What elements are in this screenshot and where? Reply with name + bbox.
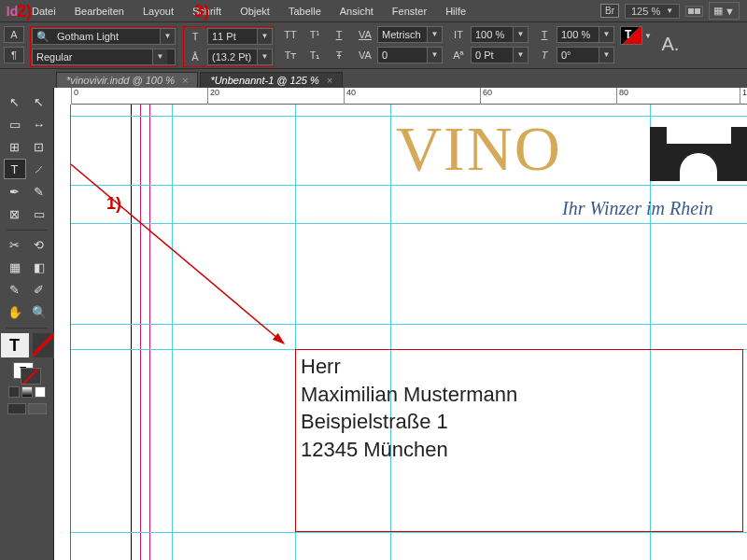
annotation-2: 2)	[17, 2, 32, 21]
hscale-dropdown[interactable]: ▼	[557, 26, 614, 43]
font-style-input[interactable]	[33, 49, 152, 64]
pencil-tool[interactable]: ✎	[28, 181, 50, 202]
paragraph-mode-button[interactable]: ¶	[4, 47, 24, 63]
chevron-down-icon[interactable]: ▼	[257, 29, 272, 44]
subscript-button[interactable]: T₁	[304, 47, 325, 63]
scissors-tool[interactable]: ✂	[4, 234, 26, 255]
kerning-dropdown[interactable]: ▼	[377, 26, 443, 43]
char-style-button[interactable]: A.	[657, 26, 684, 62]
gradient-swatch-tool[interactable]: ▦	[4, 257, 26, 277]
vscale-dropdown[interactable]: ▼	[471, 26, 529, 43]
eyedropper-tool[interactable]: ✐	[28, 279, 50, 300]
kerning-input[interactable]	[378, 27, 427, 42]
menu-objekt[interactable]: Objekt	[231, 2, 279, 21]
baseline-input[interactable]	[472, 48, 513, 63]
type-tool[interactable]: T	[4, 159, 26, 179]
underline-button[interactable]: T	[329, 26, 349, 43]
chevron-down-icon[interactable]: ▼	[257, 49, 272, 64]
address-salutation: Herr	[301, 353, 517, 381]
vertical-ruler[interactable]	[54, 105, 71, 560]
menu-tabelle[interactable]: Tabelle	[279, 2, 331, 21]
chevron-down-icon[interactable]: ▼	[599, 27, 613, 42]
svg-line-0	[71, 164, 284, 343]
arrange-dropdown[interactable]: ▦▼	[709, 2, 740, 20]
page-tool[interactable]: ▭	[4, 114, 26, 134]
rect-tool[interactable]: ▭	[28, 203, 50, 224]
chevron-down-icon[interactable]: ▼	[160, 29, 175, 44]
font-family-dropdown[interactable]: 🔍 ▼	[32, 28, 176, 45]
skew-dropdown[interactable]: ▼	[557, 47, 614, 63]
chevron-down-icon[interactable]: ▼	[513, 48, 528, 63]
chevron-down-icon: ▼	[666, 7, 673, 15]
document-canvas[interactable]: 0 20 40 60 80 100	[54, 88, 747, 560]
stroke-swatch[interactable]	[21, 368, 41, 385]
strikethrough-button[interactable]: Ŧ	[329, 47, 349, 63]
zoom-dropdown[interactable]: 125 %▼	[625, 4, 680, 19]
transform-tool[interactable]: ⟲	[28, 234, 50, 255]
ruler-tick: 60	[480, 88, 492, 105]
apply-color-button[interactable]	[8, 386, 20, 398]
smallcaps-button[interactable]: Tᴛ	[280, 47, 301, 63]
direct-selection-tool[interactable]: ↖	[28, 91, 50, 112]
apply-gradient-button[interactable]	[21, 386, 33, 398]
annotation-1: 1)	[106, 194, 121, 214]
tracking-dropdown[interactable]: ▼	[377, 47, 443, 63]
normal-view-button[interactable]	[7, 403, 26, 414]
guide-vertical[interactable]	[172, 105, 173, 560]
tracking-input[interactable]	[378, 48, 427, 63]
skew-input[interactable]	[557, 48, 599, 63]
guide-vertical[interactable]	[149, 105, 150, 560]
gradient-feather-tool[interactable]: ◧	[28, 257, 50, 277]
chevron-down-icon[interactable]: ▼	[427, 48, 442, 63]
selection-tool[interactable]: ↖	[4, 91, 26, 112]
apply-none-button[interactable]	[35, 386, 46, 398]
chevron-down-icon[interactable]: ▼	[644, 32, 652, 40]
zoom-tool[interactable]: 🔍	[28, 301, 50, 322]
hscale-input[interactable]	[557, 27, 599, 42]
screen-mode-button[interactable]	[685, 6, 703, 17]
guide-horizontal[interactable]	[71, 324, 747, 325]
format-container-button[interactable]	[32, 332, 54, 358]
leading-dropdown[interactable]: ▼	[207, 49, 273, 65]
menu-layout[interactable]: Layout	[134, 2, 183, 21]
pen-tool[interactable]: ✒	[4, 181, 26, 202]
guide-horizontal[interactable]	[71, 223, 747, 224]
chevron-down-icon[interactable]: ▼	[152, 49, 167, 64]
font-size-dropdown[interactable]: ▼	[207, 28, 273, 45]
allcaps-button[interactable]: TT	[280, 26, 301, 43]
menu-ansicht[interactable]: Ansicht	[331, 2, 383, 21]
content-tool[interactable]: ⊞	[4, 136, 26, 157]
document-tab[interactable]: *vinovivir.indd @ 100 %×	[56, 72, 198, 88]
chevron-down-icon[interactable]: ▼	[427, 27, 442, 42]
document-tab[interactable]: *Unbenannt-1 @ 125 %×	[200, 72, 343, 88]
format-text-button[interactable]: T	[0, 332, 30, 358]
bridge-button[interactable]: Br	[600, 4, 619, 18]
menu-bearbeiten[interactable]: Bearbeiten	[65, 2, 134, 21]
superscript-button[interactable]: T¹	[304, 26, 325, 43]
gap-tool[interactable]: ↔	[28, 114, 50, 134]
leading-input[interactable]	[208, 49, 257, 64]
hand-tool[interactable]: ✋	[4, 301, 26, 322]
content-tool-2[interactable]: ⊡	[28, 136, 50, 157]
font-size-input[interactable]	[208, 29, 257, 44]
menu-hilfe[interactable]: Hilfe	[436, 2, 475, 21]
chevron-down-icon[interactable]: ▼	[513, 27, 528, 42]
font-family-input[interactable]	[53, 29, 160, 44]
line-tool[interactable]: ⟋	[28, 159, 50, 179]
close-icon[interactable]: ×	[182, 75, 188, 86]
address-text[interactable]: Herr Maximilian Mustermann Beispielstraß…	[301, 353, 517, 464]
fill-color-swatch[interactable]: ▼	[620, 26, 652, 45]
rect-frame-tool[interactable]: ⊠	[4, 203, 26, 224]
note-tool[interactable]: ✎	[4, 279, 26, 300]
preview-view-button[interactable]	[28, 403, 47, 414]
character-mode-button[interactable]: A	[4, 26, 24, 43]
guide-horizontal[interactable]	[71, 532, 747, 533]
font-style-dropdown[interactable]: ▼	[32, 49, 176, 65]
baseline-dropdown[interactable]: ▼	[471, 47, 529, 63]
close-icon[interactable]: ×	[327, 75, 332, 86]
guide-vertical[interactable]	[140, 105, 141, 560]
chevron-down-icon[interactable]: ▼	[599, 48, 613, 63]
menu-fenster[interactable]: Fenster	[383, 2, 436, 21]
horizontal-ruler[interactable]: 0 20 40 60 80 100	[71, 88, 747, 105]
vscale-input[interactable]	[472, 27, 513, 42]
